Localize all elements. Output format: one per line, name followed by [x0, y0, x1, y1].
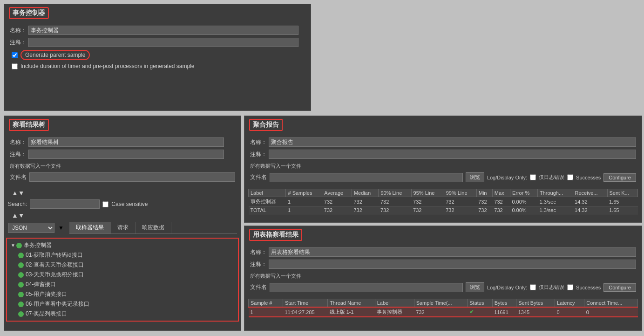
rt-file-label: 文件名 — [10, 173, 27, 181]
panel-aggregate: 聚合报告 名称： 注释： 所有数据写入一个文件 文件名 浏览 Log/Displ… — [244, 116, 642, 223]
tree-item-label-0: 事务控制器 — [24, 241, 52, 249]
agg-td-99-total: 732 — [444, 206, 476, 214]
agg-file-input[interactable] — [270, 173, 463, 182]
transaction-controller-body: 名称： 注释： Generate parent sample Include d… — [4, 22, 311, 76]
rt-name-input[interactable] — [28, 137, 224, 147]
aggregate-body: 名称： 注释： 所有数据写入一个文件 文件名 浏览 Log/Display On… — [244, 134, 642, 189]
rt-file-input[interactable] — [29, 172, 235, 182]
tree-item-2[interactable]: 02-查看天天币余额接口 — [11, 260, 234, 270]
tree-item-label-3: 03-天天币兑换积分接口 — [26, 271, 84, 279]
tr-th-sample: Sample # — [249, 299, 283, 308]
tree-item-0[interactable]: ▼ 事务控制器 — [11, 240, 234, 250]
agg-error-only-checkbox[interactable] — [530, 174, 536, 180]
tree-item-3[interactable]: 03-天天币兑换积分接口 — [11, 270, 234, 280]
tr-file-input[interactable] — [270, 283, 463, 292]
tr-successes-checkbox[interactable] — [567, 284, 573, 290]
agg-browse-button[interactable]: 浏览 — [466, 172, 484, 182]
agg-td-through-1: 1.3/sec — [538, 197, 573, 206]
tr-name-label: 名称： — [250, 248, 269, 256]
tree-item-4[interactable]: 04-弹窗接口 — [11, 280, 234, 289]
tree-item-7[interactable]: 07-奖品列表接口 — [11, 309, 234, 319]
include-duration-label: Include duration of timer and pre-post p… — [20, 63, 195, 69]
result-tree-header: 察看结果树 — [4, 116, 241, 134]
agg-th-error: Error % — [510, 189, 537, 197]
panel-result-tree: 察看结果树 名称： 注释： 所有数据写入一个文件 文件名 ▲▼ Search: — [4, 116, 241, 331]
agg-table-row-total[interactable]: TOTAL 1 732 732 732 732 732 732 732 0.00… — [249, 206, 638, 214]
rt-name-label: 名称： — [10, 138, 28, 146]
name-input[interactable] — [28, 26, 298, 35]
tr-th-status: Status — [468, 299, 493, 308]
agg-configure-button[interactable]: Configure — [603, 173, 636, 182]
agg-file-label: 文件名 — [250, 173, 267, 181]
agg-th-label: Label — [249, 189, 286, 197]
panel-transaction-controller: 事务控制器 名称： 注释： Generate parent sample Inc… — [4, 4, 311, 111]
tr-table-header-row: Sample # Start Time Thread Name Label Sa… — [249, 299, 638, 308]
rt-search-input[interactable] — [30, 199, 100, 209]
green-check-icon-3 — [18, 272, 24, 278]
tr-th-sentbytes: Sent Bytes — [516, 299, 555, 308]
tree-items-container: ▼ 事务控制器 01-获取用户转码id接口 02-查看天天币余额接口 03-天天… — [6, 238, 239, 322]
tree-item-5[interactable]: 05-用户抽奖接口 — [11, 289, 234, 299]
tr-td-latency-1: 0 — [555, 307, 584, 317]
tr-comment-input[interactable] — [269, 260, 636, 269]
tr-error-only-checkbox[interactable] — [530, 284, 536, 290]
rt-case-sensitive-checkbox[interactable] — [102, 201, 108, 207]
agg-th-samples: # Samples — [286, 189, 322, 197]
agg-td-99-1: 732 — [444, 197, 476, 206]
green-check-icon-0 — [16, 243, 22, 248]
tr-browse-button[interactable]: 浏览 — [466, 282, 484, 292]
include-duration-checkbox[interactable] — [12, 63, 18, 69]
tree-item-6[interactable]: 06-用户查看中奖记录接口 — [11, 299, 234, 309]
agg-td-90-1: 732 — [379, 197, 411, 206]
green-check-icon-6 — [18, 302, 24, 307]
table-result-table: Sample # Start Time Thread Name Label Sa… — [248, 299, 638, 317]
aggregate-table: Label # Samples Average Median 90% Line … — [248, 189, 638, 214]
green-check-icon-4 — [18, 282, 24, 288]
tree-item-label-1: 01-获取用户转码id接口 — [26, 251, 83, 259]
agg-td-samples-1: 1 — [286, 197, 322, 206]
tr-file-section-label: 所有数据写入一个文件 — [250, 272, 636, 281]
checkbox1-row: Generate parent sample — [10, 50, 305, 60]
agg-td-error-total: 0.00% — [510, 206, 537, 214]
tr-td-starttime-1: 11:04:27.285 — [283, 307, 327, 317]
panel-table-result: 用表格察看结果 名称： 注释： 所有数据写入一个文件 文件名 浏览 Log/Di… — [244, 226, 642, 331]
agg-td-sent-1: 1.65 — [607, 197, 638, 206]
tab-response-data[interactable]: 响应数据 — [136, 222, 171, 233]
agg-th-throughput: Through... — [538, 189, 573, 197]
tr-name-row: 名称： — [250, 247, 636, 257]
tree-item-label-5: 05-用户抽奖接口 — [26, 290, 67, 298]
generate-parent-checkbox[interactable] — [12, 52, 18, 58]
agg-td-sent-total: 1.65 — [607, 206, 638, 214]
agg-table-row-1[interactable]: 事务控制器 1 732 732 732 732 732 732 732 0.00… — [249, 197, 638, 206]
rt-comment-input[interactable] — [28, 150, 224, 159]
tr-configure-button[interactable]: Configure — [603, 283, 636, 292]
green-check-icon-1 — [18, 253, 24, 258]
agg-log-label: Log/Display Only: — [487, 175, 527, 180]
tree-item-label-6: 06-用户查看中奖记录接口 — [26, 300, 89, 308]
aggregate-title: 聚合报告 — [249, 119, 283, 131]
tr-comment-row: 注释： — [250, 260, 636, 269]
agg-successes-label: Successes — [576, 175, 601, 180]
tr-table-row-1[interactable]: 1 11:04:27.285 线上版 1-1 事务控制器 732 ✔ 11691… — [249, 307, 638, 317]
rt-arrow2: ▲▼ — [4, 211, 241, 220]
agg-comment-input[interactable] — [269, 150, 636, 159]
tr-successes-label: Successes — [576, 285, 601, 290]
tr-th-latency: Latency — [555, 299, 584, 308]
agg-successes-checkbox[interactable] — [567, 174, 573, 180]
tr-name-input[interactable] — [269, 247, 636, 257]
agg-td-median-total: 732 — [352, 206, 379, 214]
agg-name-input[interactable] — [269, 137, 636, 147]
rt-comment-row: 注释： — [10, 150, 235, 159]
tab-sampler-result[interactable]: 取样器结果 — [69, 222, 111, 233]
agg-td-label-total: TOTAL — [249, 206, 286, 214]
tree-item-1[interactable]: 01-获取用户转码id接口 — [11, 250, 234, 260]
agg-td-95-1: 732 — [411, 197, 444, 206]
agg-td-median-1: 732 — [352, 197, 379, 206]
comment-input[interactable] — [28, 38, 298, 47]
status-icon-1: ✔ — [469, 309, 474, 315]
agg-td-samples-total: 1 — [286, 206, 322, 214]
rt-format-select[interactable]: JSON XML Text — [8, 223, 54, 233]
tab-request[interactable]: 请求 — [111, 222, 136, 233]
tr-td-status-1: ✔ — [468, 307, 493, 317]
tr-td-label-1: 事务控制器 — [375, 307, 414, 317]
